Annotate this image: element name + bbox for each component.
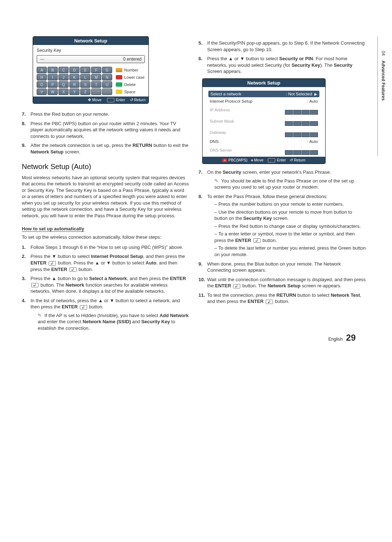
enter-icon xyxy=(31,283,38,287)
key-L[interactable]: L xyxy=(80,74,90,81)
page-number: 29 xyxy=(346,333,356,342)
step-number: 8. xyxy=(199,193,207,258)
onscreen-keyboard[interactable]: ABCDEFGHIJKLMNOPQRSTUVWXYZ xyxy=(37,67,113,95)
lowercase-button[interactable]: Lower case xyxy=(116,74,145,81)
step-body: Press the ▲ button to go to Select a Net… xyxy=(30,275,189,295)
step-number: 3. xyxy=(22,275,30,295)
key-H[interactable]: H xyxy=(37,74,47,81)
step: 7.On the Security screen, enter your net… xyxy=(199,169,366,190)
left-column: Network Setup Security Key — 0 entered A… xyxy=(22,36,189,335)
steps-list-1-4: 1.Follow Steps 1 through 6 in the “How t… xyxy=(22,244,189,332)
step-body: After the network connection is set up, … xyxy=(30,142,189,155)
step-body: When done, press the Blue button on your… xyxy=(207,261,366,274)
key-U[interactable]: U xyxy=(102,81,112,88)
key-G[interactable]: G xyxy=(102,67,112,73)
enter-icon xyxy=(268,158,275,163)
section-heading: Network Setup (Auto) xyxy=(22,163,189,171)
move-hint: ✥ Move xyxy=(88,98,102,102)
entered-count: 0 entered xyxy=(123,57,142,62)
step-note: ✎ If the AP is set to Hidden (Invisible)… xyxy=(38,312,189,332)
step: 6.Press the ▲ or ▼ button to select Secu… xyxy=(199,56,366,75)
step: 4.In the list of networks, press the ▲ o… xyxy=(22,297,189,332)
howto-intro: To set up the wireless connection automa… xyxy=(22,234,189,241)
delete-button[interactable]: Delete xyxy=(116,81,145,88)
step-body: Press the ▼ button to select Internet Pr… xyxy=(30,253,189,272)
step: 8.To enter the Pass Phrase, follow these… xyxy=(199,193,366,258)
step: 2.Press the ▼ button to select Internet … xyxy=(22,253,189,272)
red-a-icon: A xyxy=(222,159,227,162)
step-subitem: To delete the last letter or number you … xyxy=(215,245,366,258)
step: 10.Wait until the connection confirmatio… xyxy=(199,276,366,289)
note-icon: ✎ xyxy=(214,177,219,184)
subnet-row: Subnet Mask : xyxy=(206,116,322,127)
key-D[interactable]: D xyxy=(69,67,79,73)
return-hint: ↺ Return xyxy=(130,98,146,102)
space-button[interactable]: Space xyxy=(116,89,145,95)
step-number: 9. xyxy=(199,261,207,274)
step-body: If the Security/PIN pop-up appears, go t… xyxy=(207,40,366,53)
number-mode-button[interactable]: Number xyxy=(116,67,145,73)
step: 9.After the network connection is set up… xyxy=(22,142,189,155)
key-P[interactable]: P xyxy=(48,81,58,88)
key-blank[interactable] xyxy=(91,89,101,95)
steps-list-7-9: 7.Press the Red button on your remote.8.… xyxy=(22,111,189,155)
step-number: 5. xyxy=(199,40,207,53)
section-paragraph: Most wireless networks have an optional … xyxy=(22,174,189,219)
step-subitem: To a enter letter or symbol, move to the… xyxy=(215,231,366,243)
panel2-title: Network Setup xyxy=(203,79,325,87)
key-A[interactable]: A xyxy=(37,67,47,73)
step-number: 6. xyxy=(199,56,207,75)
key-Z[interactable]: Z xyxy=(80,89,90,95)
step-number: 9. xyxy=(22,142,30,155)
step: 1.Follow Steps 1 through 6 in the “How t… xyxy=(22,244,189,251)
key-M[interactable]: M xyxy=(91,74,101,81)
key-N[interactable]: N xyxy=(102,74,112,81)
key-E[interactable]: E xyxy=(80,67,90,73)
gateway-row: Gateway : xyxy=(206,127,322,138)
key-B[interactable]: B xyxy=(48,67,58,73)
key-I[interactable]: I xyxy=(48,74,58,81)
steps-list-5-6: 5.If the Security/PIN pop-up appears, go… xyxy=(199,40,366,75)
step: 8.Press the PBC (WPS) button on your rou… xyxy=(22,120,189,140)
key-R[interactable]: R xyxy=(69,81,79,88)
step: 11.To test the connection, press the RET… xyxy=(199,292,366,305)
key-W[interactable]: W xyxy=(48,89,58,95)
key-Q[interactable]: Q xyxy=(58,81,69,88)
step-number: 2. xyxy=(22,253,30,272)
dns-server-row: DNS Server : xyxy=(206,145,322,156)
step-number: 11. xyxy=(199,292,207,305)
key-O[interactable]: O xyxy=(37,81,47,88)
right-column: 5.If the Security/PIN pop-up appears, go… xyxy=(199,36,366,335)
panel2-footer: A PBC(WPS) ♦ Move Enter ↺ Return xyxy=(203,157,325,164)
key-C[interactable]: C xyxy=(58,67,69,73)
key-K[interactable]: K xyxy=(69,74,79,81)
step-subitem: Press the number buttons on your remote … xyxy=(215,201,366,208)
security-key-input[interactable]: — 0 entered xyxy=(37,55,145,63)
network-setup-panel: Network Setup Select a network Not Selec… xyxy=(202,78,326,164)
step: 9.When done, press the Blue button on yo… xyxy=(199,261,366,274)
key-F[interactable]: F xyxy=(91,67,101,73)
step: 7.Press the Red button on your remote. xyxy=(22,111,189,118)
key-T[interactable]: T xyxy=(91,81,101,88)
enter-icon xyxy=(80,305,87,309)
enter-hint: Enter xyxy=(106,98,125,102)
enter-icon xyxy=(233,284,240,288)
key-X[interactable]: X xyxy=(58,89,69,95)
security-key-label: Security Key xyxy=(37,48,145,53)
select-network-row[interactable]: Select a network Not Selected▶ xyxy=(208,91,319,97)
howto-heading: How to set up automatically xyxy=(22,226,84,232)
key-Y[interactable]: Y xyxy=(69,89,79,95)
step-body: Follow Steps 1 through 6 in the “How to … xyxy=(30,244,189,251)
enter-icon xyxy=(266,300,273,304)
step-number: 1. xyxy=(22,244,30,251)
page-footer: English 29 xyxy=(328,333,356,343)
step-subitem: Press the Red button to change case or d… xyxy=(215,223,366,230)
key-S[interactable]: S xyxy=(80,81,90,88)
key-J[interactable]: J xyxy=(58,74,69,81)
key-blank[interactable] xyxy=(102,89,112,95)
key-V[interactable]: V xyxy=(37,89,47,95)
input-cursor: — xyxy=(40,57,44,62)
step: 3.Press the ▲ button to go to Select a N… xyxy=(22,275,189,295)
step-subitem: Use the direction buttons on your remote… xyxy=(215,209,366,222)
enter-icon xyxy=(107,98,114,102)
